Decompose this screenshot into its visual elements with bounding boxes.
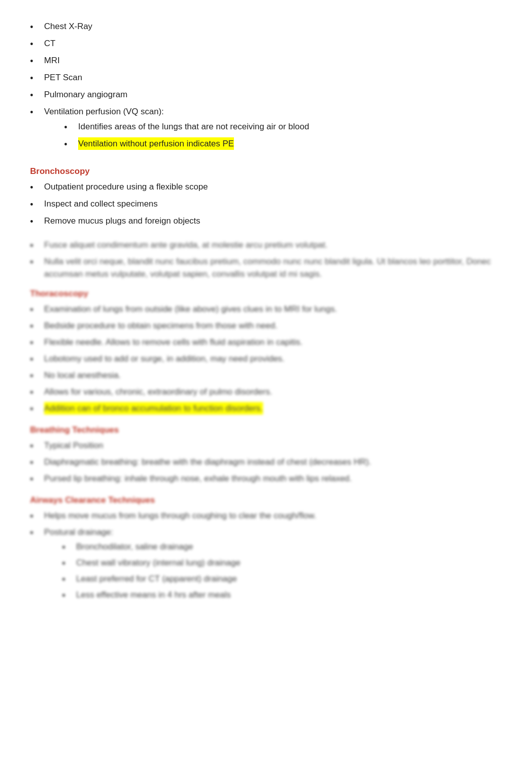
postural-drainage-sub-list: • Bronchodilator, saline drainage • Ches… bbox=[44, 540, 240, 603]
list-item: • Chest X-Ray bbox=[30, 20, 502, 34]
bullet-icon: • bbox=[30, 509, 44, 523]
list-item: • Lobotomy used to add or surge, in addi… bbox=[30, 352, 502, 366]
bullet-icon: • bbox=[30, 105, 44, 119]
bullet-icon: • bbox=[30, 37, 44, 51]
list-sub-item: • Less effective means in 4 hrs after me… bbox=[62, 589, 240, 603]
bullet-icon: • bbox=[30, 180, 44, 194]
list-item: • Flexible needle. Allows to remove cell… bbox=[30, 336, 502, 350]
bullet-icon: • bbox=[30, 402, 44, 416]
list-item: • Outpatient procedure using a flexible … bbox=[30, 180, 502, 194]
blurred-thoracoscopy-list: • Examination of lungs from outside (lik… bbox=[30, 303, 502, 416]
list-item-highlight: • Addition can of bronco accumulation to… bbox=[30, 402, 502, 416]
bullet-icon: • bbox=[62, 589, 76, 603]
list-item: • Remove mucus plugs and foreign objects bbox=[30, 215, 502, 229]
bullet-icon: • bbox=[30, 369, 44, 383]
list-item: • Nulla velit orci neque, blandit nunc f… bbox=[30, 255, 502, 281]
list-item: • Allows for various, chronic, extraordi… bbox=[30, 385, 502, 400]
list-item: • Examination of lungs from outside (lik… bbox=[30, 303, 502, 317]
bullet-icon: • bbox=[62, 556, 76, 570]
list-item: • Diaphragmatic breathing: breathe with … bbox=[30, 456, 502, 470]
list-item-vq: • Ventilation perfusion (VQ scan): • Ide… bbox=[30, 105, 502, 154]
bronchoscopy-list: • Outpatient procedure using a flexible … bbox=[30, 180, 502, 229]
bullet-icon: • bbox=[62, 540, 76, 554]
blurred-thoracoscopy-heading: Thoracoscopy bbox=[30, 289, 502, 299]
blurred-breathing-section: Breathing Techniques • Typical Position … bbox=[30, 425, 502, 486]
bullet-icon: • bbox=[62, 572, 76, 587]
blurred-airways-heading: Airways Clearance Techniques bbox=[30, 495, 502, 505]
bronchoscopy-heading: Bronchoscopy bbox=[30, 166, 502, 176]
bullet-icon: • bbox=[30, 20, 44, 34]
bullet-icon: • bbox=[64, 120, 78, 134]
blurred-breathing-heading: Breathing Techniques bbox=[30, 425, 502, 435]
bullet-icon: • bbox=[30, 239, 44, 253]
bullet-icon: • bbox=[30, 439, 44, 453]
list-item: • Inspect and collect specimens bbox=[30, 198, 502, 212]
list-item: • Pulmonary angiogram bbox=[30, 88, 502, 102]
list-sub-item: • Least preferred for CT (apparent) drai… bbox=[62, 572, 240, 587]
list-item: • Fusce aliquet condimentum ante gravida… bbox=[30, 239, 502, 253]
imaging-list: • Chest X-Ray • CT • MRI • PET Scan • Pu… bbox=[30, 20, 502, 154]
bullet-icon: • bbox=[30, 319, 44, 333]
imaging-section: • Chest X-Ray • CT • MRI • PET Scan • Pu… bbox=[30, 20, 502, 154]
list-sub-item: • Chest wall vibratory (internal lung) d… bbox=[62, 556, 240, 570]
bullet-icon: • bbox=[30, 198, 44, 212]
blurred-thoracoscopy-section: Thoracoscopy • Examination of lungs from… bbox=[30, 289, 502, 416]
bullet-icon: • bbox=[30, 215, 44, 229]
vq-sub-list: • Identifies areas of the lungs that are… bbox=[44, 120, 309, 151]
bullet-icon: • bbox=[30, 255, 44, 269]
bullet-icon: • bbox=[30, 71, 44, 85]
bullet-icon: • bbox=[30, 54, 44, 68]
bullet-icon: • bbox=[30, 385, 44, 400]
bullet-icon: • bbox=[30, 456, 44, 470]
list-item-postural: • Postural drainage: • Bronchodilator, s… bbox=[30, 526, 502, 605]
list-sub-item: • Bronchodilator, saline drainage bbox=[62, 540, 240, 554]
blurred-breathing-list: • Typical Position • Diaphragmatic breat… bbox=[30, 439, 502, 486]
bullet-icon: • bbox=[30, 303, 44, 317]
bullet-icon: • bbox=[30, 88, 44, 102]
list-item: • CT bbox=[30, 37, 502, 51]
list-sub-item: • Identifies areas of the lungs that are… bbox=[64, 120, 309, 134]
bullet-icon: • bbox=[64, 137, 78, 151]
list-item: • Bedside procedure to obtain specimens … bbox=[30, 319, 502, 333]
list-item: • Helps move mucus from lungs through co… bbox=[30, 509, 502, 523]
blurred-paragraph-1: • Fusce aliquet condimentum ante gravida… bbox=[30, 239, 502, 281]
bullet-icon: • bbox=[30, 336, 44, 350]
list-sub-item-highlight: • Ventilation without perfusion indicate… bbox=[64, 137, 309, 151]
list-item: • MRI bbox=[30, 54, 502, 68]
bullet-icon: • bbox=[30, 472, 44, 486]
blurred-airways-list: • Helps move mucus from lungs through co… bbox=[30, 509, 502, 605]
bullet-icon: • bbox=[30, 352, 44, 366]
list-item: • No local anesthesia. bbox=[30, 369, 502, 383]
blurred-airways-section: Airways Clearance Techniques • Helps mov… bbox=[30, 495, 502, 605]
bronchoscopy-section: Bronchoscopy • Outpatient procedure usin… bbox=[30, 166, 502, 229]
list-item: • PET Scan bbox=[30, 71, 502, 85]
list-item: • Typical Position bbox=[30, 439, 502, 453]
bullet-icon: • bbox=[30, 526, 44, 540]
list-item: • Pursed lip breathing: inhale through n… bbox=[30, 472, 502, 486]
blurred-list-para: • Fusce aliquet condimentum ante gravida… bbox=[30, 239, 502, 281]
